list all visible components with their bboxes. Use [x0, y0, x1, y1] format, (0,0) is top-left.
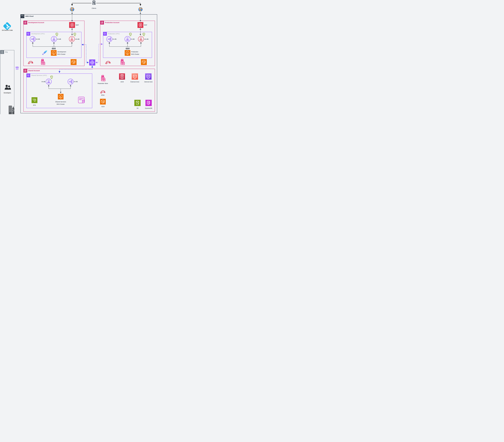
efs-icon	[32, 97, 37, 103]
iam-role-helmet-icon	[27, 59, 34, 65]
dev-int-alb-label: int-alb	[57, 38, 61, 40]
account-icon	[23, 69, 27, 72]
clients-icon	[91, 0, 97, 6]
ecr-icon	[100, 99, 106, 105]
dev-ext-alb-label: ext-alb	[75, 38, 79, 40]
efs-label: EFS	[30, 105, 38, 106]
dev-eks-cluster-icon: K	[51, 50, 56, 56]
vpn-lock-icon	[15, 66, 19, 71]
parameter-store-icon	[119, 58, 125, 66]
prod-int-nlb-label: int-nlb	[113, 38, 116, 40]
dynamodb-icon	[145, 100, 152, 106]
vpc-icon	[26, 32, 30, 36]
aws-logo-icon: aws	[20, 14, 24, 18]
architecture-diagram: aws AWS Cloud Development Account Develo…	[0, 0, 158, 114]
transit-gateway-icon	[89, 59, 95, 66]
rds-brand-line2: RDS	[79, 99, 82, 100]
rds-brand-line1: Amazon	[79, 98, 84, 99]
s3-label: S3	[133, 107, 142, 109]
dynamodb-label: DynamoDB	[144, 107, 154, 109]
prod-int-nlb-icon	[107, 36, 112, 42]
iam-role-helmet-icon	[105, 59, 111, 65]
prod-ext-alb-label: ext-alb	[144, 38, 148, 40]
prod-eks-cluster-icon: K	[125, 50, 130, 56]
shared-int-nlb-icon	[68, 79, 73, 85]
development-vpc-title: Development (VPC)	[31, 33, 45, 35]
certificate-key-icon	[50, 75, 54, 80]
production-vpc-title: Production (VPC)	[108, 33, 120, 35]
org-building-icon	[0, 50, 4, 54]
internet-globe-icon	[70, 7, 75, 12]
s3-icon	[134, 100, 141, 106]
waf-icon	[138, 22, 143, 28]
git-label: Git Source Code	[0, 29, 15, 31]
dev-int-nlb-label: int-nlb	[36, 38, 40, 40]
waf-label: WAF	[144, 24, 147, 26]
aws-logo-text: aws	[20, 15, 24, 16]
org-box: Org	[0, 50, 14, 114]
rds-cylinder-glyph	[81, 99, 85, 104]
waf-label: WAF	[76, 24, 79, 26]
account-icon	[23, 21, 27, 24]
dev-eks-label-1: Development	[57, 51, 66, 53]
parameter-store-icon	[100, 75, 106, 82]
shared-int-alb-label: int-alb	[39, 81, 45, 82]
shared-int-nlb-label: int-nlb	[74, 81, 78, 82]
ecr-label: ECR	[98, 106, 108, 107]
vpc-icon	[103, 32, 107, 36]
parameter-store-label: Parameter Store	[96, 83, 109, 84]
git-icon	[3, 22, 12, 30]
route53-external-zone-icon: 53	[132, 73, 138, 80]
shared-account-title: Shared Account	[28, 70, 40, 71]
prod-eks-label-1: Production	[131, 51, 138, 53]
ecr-icon	[141, 59, 147, 65]
developers-icon	[4, 84, 12, 91]
internal-zone-label: Internal Zone	[143, 81, 154, 83]
iam-role-helmet-icon	[100, 88, 106, 94]
production-account-title: Production Account	[105, 22, 119, 23]
certificate-key-icon	[55, 33, 59, 37]
ecr-icon	[71, 59, 76, 65]
prod-eks-label-2: EKS Cluster	[131, 53, 139, 55]
eks-k-letter: K	[58, 96, 64, 98]
city-buildings-icon	[8, 105, 14, 114]
karpenter-feather-icon	[42, 49, 48, 56]
account-icon	[100, 21, 104, 24]
dev-eks-label-2: EKS Cluster	[57, 53, 65, 55]
development-account-title: Development Account	[28, 22, 44, 23]
org-title: Org	[5, 51, 8, 53]
acm-label: ACM	[117, 81, 127, 83]
clients-label: Clients	[90, 7, 98, 9]
route53-badge: 53	[145, 76, 151, 77]
eks-k-letter: K	[51, 52, 56, 54]
parameter-store-icon	[40, 58, 45, 66]
acm-icon	[119, 73, 125, 80]
shared-eks-label-1: Shared Services	[48, 101, 73, 103]
external-zone-label: External Zone	[130, 81, 140, 83]
prod-int-alb-label: int-alb	[131, 38, 135, 40]
route53-badge: 53	[132, 76, 138, 77]
vpc-icon	[26, 73, 30, 77]
shared-vpc-title: Shared Services (VPC)	[31, 74, 47, 76]
aws-cloud-title: AWS Cloud	[25, 15, 34, 17]
shared-eks-cluster-icon: K	[58, 94, 64, 99]
rds-icon: Amazon RDS	[78, 97, 85, 103]
internet-globe-icon	[138, 7, 143, 12]
eks-k-letter: K	[125, 52, 130, 54]
irsa-label: IRSA	[99, 94, 106, 96]
route53-internal-zone-icon: 53	[145, 73, 151, 80]
certificate-key-icon	[129, 33, 132, 37]
certificate-key-icon	[73, 33, 77, 37]
shared-eks-label-2: EKS Cluster	[48, 103, 73, 105]
dev-int-nlb-icon	[30, 36, 36, 42]
waf-icon	[69, 22, 75, 28]
certificate-key-icon	[142, 33, 146, 37]
developers-label: Developers	[1, 92, 14, 94]
